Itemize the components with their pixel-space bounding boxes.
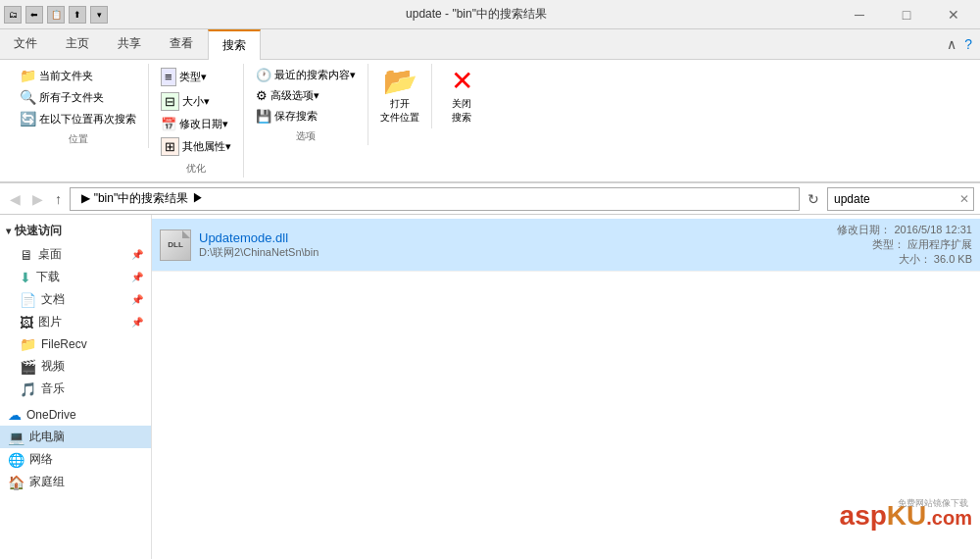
address-bar: ◀ ▶ ↑ ↻ ✕ xyxy=(0,183,980,215)
back-button[interactable]: ◀ xyxy=(6,189,24,209)
quick-access-label: 快速访问 xyxy=(15,223,62,239)
maximize-button[interactable]: □ xyxy=(884,0,929,29)
file-row[interactable]: DLL Updatemode.dll D:\联网2\ChinaNetSn\bin… xyxy=(152,219,980,272)
quick-access-icon3[interactable]: ⬆ xyxy=(69,6,86,24)
other-icon: ⊞ xyxy=(161,137,179,156)
search-box: ✕ xyxy=(827,187,974,211)
title-bar: 🗂 ⬅ 📋 ⬆ ▾ update - "bin"中的搜索结果 ─ □ ✕ xyxy=(0,0,980,29)
size-btn[interactable]: ⊟ 大小▾ xyxy=(157,90,235,113)
ribbon-group-location: 📁 当前文件夹 🔍 所有子文件夹 🔄 在以下位置再次搜索 位置 xyxy=(8,64,149,148)
pin-icon-3: 📌 xyxy=(131,294,143,305)
sidebar-item-thispc[interactable]: 💻 此电脑 xyxy=(0,426,151,448)
tab-view[interactable]: 查看 xyxy=(156,29,208,59)
window-controls: ─ □ ✕ xyxy=(837,0,976,29)
tab-file[interactable]: 文件 xyxy=(0,29,52,59)
options-label: 选项 xyxy=(296,129,316,143)
refine-label: 优化 xyxy=(186,162,206,176)
size-meta: 大小： 36.0 KB xyxy=(899,252,972,267)
current-folder-btn[interactable]: 📁 当前文件夹 xyxy=(16,66,140,85)
advanced-btn[interactable]: ⚙ 高级选项▾ xyxy=(252,86,360,105)
file-name: Updatemode.dll xyxy=(199,230,776,245)
ribbon-group-open: 📂 打开文件位置 xyxy=(368,64,432,128)
tab-share[interactable]: 共享 xyxy=(104,29,156,59)
all-subfolders-btn[interactable]: 🔍 所有子文件夹 xyxy=(16,87,140,107)
open-location-btn[interactable]: 📂 打开文件位置 xyxy=(376,66,423,127)
quick-access-icon2[interactable]: 📋 xyxy=(47,6,65,24)
filerecv-icon: 📁 xyxy=(20,336,36,352)
recent-search-icon: 🕐 xyxy=(256,68,271,82)
ribbon-collapse-btn[interactable]: ∧ xyxy=(947,36,956,52)
tab-search[interactable]: 搜索 xyxy=(208,29,261,60)
sidebar-item-videos[interactable]: 🎬 视频 xyxy=(0,355,151,378)
ribbon-group-close: ✕ 关闭搜索 xyxy=(432,64,491,128)
sidebar-item-homegroup[interactable]: 🏠 家庭组 xyxy=(0,471,151,493)
pin-icon-4: 📌 xyxy=(131,317,143,328)
date-btn[interactable]: 📅 修改日期▾ xyxy=(157,115,235,133)
quick-access-header[interactable]: ▾ 快速访问 xyxy=(0,219,151,243)
homegroup-icon: 🏠 xyxy=(8,475,24,490)
sidebar-item-pictures[interactable]: 🖼 图片 📌 xyxy=(0,311,151,333)
subfolders-icon: 🔍 xyxy=(20,89,36,105)
close-button[interactable]: ✕ xyxy=(931,0,976,29)
sidebar-item-desktop[interactable]: 🖥 桌面 📌 xyxy=(0,243,151,266)
pictures-icon: 🖼 xyxy=(20,315,33,330)
type-meta: 类型： 应用程序扩展 xyxy=(872,237,972,252)
sidebar-item-music[interactable]: 🎵 音乐 xyxy=(0,378,151,400)
file-meta-col: 修改日期： 2016/5/18 12:31 类型： 应用程序扩展 大小： 36.… xyxy=(776,223,972,267)
ribbon-group-options: 🕐 最近的搜索内容▾ ⚙ 高级选项▾ 💾 保存搜索 选项 xyxy=(244,64,368,145)
quick-access-icon1[interactable]: ⬅ xyxy=(25,6,43,24)
save-search-btn[interactable]: 💾 保存搜索 xyxy=(252,107,360,126)
ribbon-tabs: 文件 主页 共享 查看 搜索 ∧ ? xyxy=(0,29,980,60)
location-label: 位置 xyxy=(69,132,88,146)
dll-file-icon: DLL xyxy=(160,229,191,261)
other-btn[interactable]: ⊞ 其他属性▾ xyxy=(157,135,235,158)
minimize-button[interactable]: ─ xyxy=(837,0,882,29)
close-search-icon: ✕ xyxy=(451,68,473,95)
thispc-icon: 💻 xyxy=(8,430,24,445)
search-input[interactable] xyxy=(828,190,956,208)
refresh-icon[interactable]: ↻ xyxy=(804,189,823,209)
desktop-icon: 🖥 xyxy=(20,247,33,263)
search-clear-icon[interactable]: ✕ xyxy=(956,190,973,208)
sidebar: ▾ 快速访问 🖥 桌面 📌 ⬇ 下载 📌 📄 文档 📌 🖼 图片 � xyxy=(0,215,152,559)
search-again-icon: 🔄 xyxy=(20,111,36,127)
help-icon[interactable]: ? xyxy=(964,36,972,52)
sidebar-item-network[interactable]: 🌐 网络 xyxy=(0,448,151,471)
advanced-icon: ⚙ xyxy=(256,88,268,103)
address-input[interactable] xyxy=(70,187,800,211)
file-path: D:\联网2\ChinaNetSn\bin xyxy=(199,245,776,260)
pin-icon: 📌 xyxy=(131,249,143,260)
videos-icon: 🎬 xyxy=(20,359,36,375)
window-icon: 🗂 xyxy=(4,6,22,24)
file-icon: DLL xyxy=(160,229,191,261)
type-icon: ≡ xyxy=(161,68,176,86)
recent-search-btn[interactable]: 🕐 最近的搜索内容▾ xyxy=(252,66,360,84)
quick-access-arrow: ▾ xyxy=(6,226,11,236)
downloads-icon: ⬇ xyxy=(20,270,31,285)
onedrive-icon: ☁ xyxy=(8,407,22,423)
close-search-btn[interactable]: ✕ 关闭搜索 xyxy=(442,66,481,127)
sidebar-item-filerecv[interactable]: 📁 FileRecv xyxy=(0,333,151,355)
sidebar-item-documents[interactable]: 📄 文档 📌 xyxy=(0,288,151,311)
window-title: update - "bin"中的搜索结果 xyxy=(116,6,837,23)
sidebar-item-onedrive[interactable]: ☁ OneDrive xyxy=(0,404,151,426)
documents-icon: 📄 xyxy=(20,292,36,308)
date-icon: 📅 xyxy=(161,117,176,131)
forward-button[interactable]: ▶ xyxy=(28,189,47,209)
file-name-col: Updatemode.dll D:\联网2\ChinaNetSn\bin xyxy=(199,230,776,260)
size-icon: ⊟ xyxy=(161,92,179,111)
main-layout: ▾ 快速访问 🖥 桌面 📌 ⬇ 下载 📌 📄 文档 📌 🖼 图片 � xyxy=(0,215,980,559)
title-bar-icons: 🗂 ⬅ 📋 ⬆ ▾ xyxy=(4,6,108,24)
date-label: 修改日期： 2016/5/18 12:31 xyxy=(837,223,972,237)
save-search-icon: 💾 xyxy=(256,109,271,124)
up-button[interactable]: ↑ xyxy=(51,189,66,209)
open-location-icon: 📂 xyxy=(383,68,417,95)
network-icon: 🌐 xyxy=(8,452,24,468)
sidebar-section-quick-access: ▾ 快速访问 🖥 桌面 📌 ⬇ 下载 📌 📄 文档 📌 🖼 图片 � xyxy=(0,219,151,400)
search-again-btn[interactable]: 🔄 在以下位置再次搜索 xyxy=(16,109,140,128)
quick-access-dropdown[interactable]: ▾ xyxy=(90,6,108,24)
sidebar-item-downloads[interactable]: ⬇ 下载 📌 xyxy=(0,266,151,288)
ribbon-group-refine: ≡ 类型▾ ⊟ 大小▾ 📅 修改日期▾ ⊞ 其他属性▾ 优化 xyxy=(149,64,244,178)
type-btn[interactable]: ≡ 类型▾ xyxy=(157,66,235,88)
tab-home[interactable]: 主页 xyxy=(52,29,104,59)
